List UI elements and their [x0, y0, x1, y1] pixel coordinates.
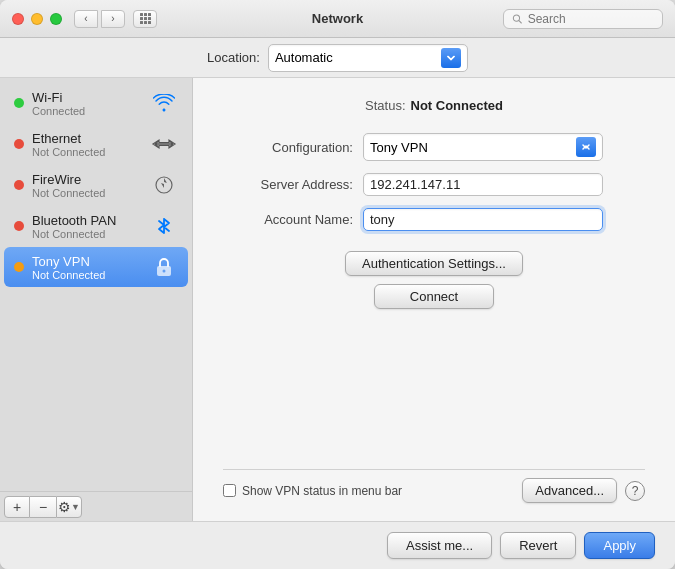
sidebar-item-firewire[interactable]: FireWire Not Connected — [4, 165, 188, 205]
search-bar[interactable] — [503, 9, 663, 29]
location-value: Automatic — [275, 50, 333, 65]
wifi-icon — [150, 89, 178, 117]
form-section: Configuration: Tony VPN Server Address — [223, 133, 645, 231]
network-settings-button[interactable]: ⚙ ▼ — [56, 496, 82, 518]
sidebar-list: Wi-Fi Connected — [0, 78, 192, 491]
show-vpn-checkbox[interactable] — [223, 484, 236, 497]
bluetooth-pan-name: Bluetooth PAN — [32, 213, 142, 228]
firewire-status: Not Connected — [32, 187, 142, 199]
server-address-row: Server Address: — [223, 173, 645, 196]
advanced-button[interactable]: Advanced... — [522, 478, 617, 503]
server-address-input[interactable] — [363, 173, 603, 196]
main-content: Wi-Fi Connected — [0, 78, 675, 521]
location-dropdown[interactable]: Automatic — [268, 44, 468, 72]
nav-buttons: ‹ › — [74, 10, 125, 28]
status-label: Status: — [365, 98, 405, 113]
vpn-buttons: Authentication Settings... Connect — [223, 251, 645, 309]
window-title: Network — [312, 11, 363, 26]
sidebar: Wi-Fi Connected — [0, 78, 193, 521]
ethernet-status: Not Connected — [32, 146, 142, 158]
location-label: Location: — [207, 50, 260, 65]
firewire-icon — [150, 171, 178, 199]
spacer — [223, 309, 645, 461]
wifi-status: Connected — [32, 105, 142, 117]
account-name-row: Account Name: — [223, 208, 645, 231]
firewire-name: FireWire — [32, 172, 142, 187]
connect-button[interactable]: Connect — [374, 284, 494, 309]
help-button[interactable]: ? — [625, 481, 645, 501]
sidebar-toolbar: + − ⚙ ▼ — [0, 491, 192, 521]
status-row: Status: Not Connected — [223, 98, 645, 113]
location-arrow-icon — [441, 48, 461, 68]
firewire-status-dot — [14, 180, 24, 190]
sidebar-item-wifi[interactable]: Wi-Fi Connected — [4, 83, 188, 123]
svg-point-4 — [163, 270, 166, 273]
grid-dots-icon — [140, 13, 151, 24]
ethernet-name: Ethernet — [32, 131, 142, 146]
ethernet-icon — [150, 130, 178, 158]
traffic-lights — [12, 13, 62, 25]
bottom-bar: Show VPN status in menu bar Advanced... … — [223, 469, 645, 511]
show-vpn-checkbox-row: Show VPN status in menu bar — [223, 484, 402, 498]
configuration-arrow-icon — [576, 137, 596, 157]
server-address-label: Server Address: — [223, 177, 353, 192]
ethernet-status-dot — [14, 139, 24, 149]
sidebar-item-tony-vpn[interactable]: Tony VPN Not Connected — [4, 247, 188, 287]
maximize-button[interactable] — [50, 13, 62, 25]
authentication-settings-button[interactable]: Authentication Settings... — [345, 251, 523, 276]
back-button[interactable]: ‹ — [74, 10, 98, 28]
close-button[interactable] — [12, 13, 24, 25]
sidebar-item-ethernet[interactable]: Ethernet Not Connected — [4, 124, 188, 164]
titlebar: ‹ › Network — [0, 0, 675, 38]
wifi-name: Wi-Fi — [32, 90, 142, 105]
svg-line-1 — [519, 20, 521, 22]
assist-me-button[interactable]: Assist me... — [387, 532, 492, 559]
show-vpn-label: Show VPN status in menu bar — [242, 484, 402, 498]
search-icon — [512, 13, 523, 25]
tony-vpn-status-dot — [14, 262, 24, 272]
configuration-dropdown[interactable]: Tony VPN — [363, 133, 603, 161]
search-input[interactable] — [528, 12, 654, 26]
forward-button[interactable]: › — [101, 10, 125, 28]
bluetooth-icon — [150, 212, 178, 240]
add-network-button[interactable]: + — [4, 496, 30, 518]
location-bar: Location: Automatic — [0, 38, 675, 78]
grid-button[interactable] — [133, 10, 157, 28]
configuration-value: Tony VPN — [370, 140, 428, 155]
bluetooth-pan-status-dot — [14, 221, 24, 231]
right-panel: Status: Not Connected Configuration: Ton… — [193, 78, 675, 521]
sidebar-item-bluetooth-pan[interactable]: Bluetooth PAN Not Connected — [4, 206, 188, 246]
network-window: ‹ › Network Location: Automatic — [0, 0, 675, 569]
configuration-label: Configuration: — [223, 140, 353, 155]
vpn-icon — [150, 253, 178, 281]
wifi-status-dot — [14, 98, 24, 108]
minimize-button[interactable] — [31, 13, 43, 25]
bottom-right-controls: Advanced... ? — [522, 478, 645, 503]
configuration-row: Configuration: Tony VPN — [223, 133, 645, 161]
footer: Assist me... Revert Apply — [0, 521, 675, 569]
apply-button[interactable]: Apply — [584, 532, 655, 559]
tony-vpn-name: Tony VPN — [32, 254, 142, 269]
status-value: Not Connected — [411, 98, 503, 113]
account-name-label: Account Name: — [223, 212, 353, 227]
account-name-input[interactable] — [363, 208, 603, 231]
tony-vpn-status: Not Connected — [32, 269, 142, 281]
remove-network-button[interactable]: − — [30, 496, 56, 518]
bluetooth-pan-status: Not Connected — [32, 228, 142, 240]
revert-button[interactable]: Revert — [500, 532, 576, 559]
